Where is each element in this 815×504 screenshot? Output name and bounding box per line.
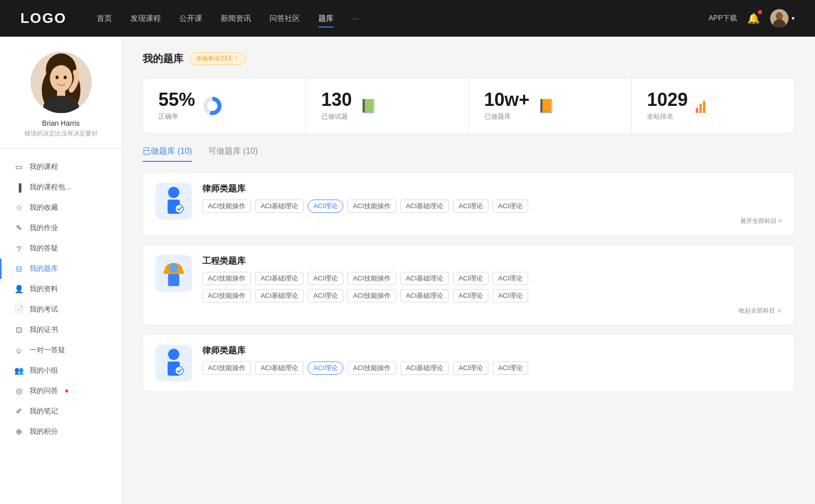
svg-point-10 (64, 76, 67, 79)
page-header: 我的题库 体验剩余23天！ (143, 52, 795, 66)
nav-exam[interactable]: 题库 (318, 12, 334, 25)
tag-item[interactable]: ACI理论 (453, 361, 488, 375)
tag-item[interactable]: ACI理论 (453, 272, 488, 285)
tag-item[interactable]: ACI基础理论 (400, 361, 449, 375)
tag-item[interactable]: ACI基础理论 (255, 272, 304, 285)
stat-done-questions-label: 已做试题 (321, 112, 352, 121)
tag-item[interactable]: ACI基础理论 (255, 200, 304, 213)
sidebar-item-my-qa[interactable]: ◎ 我的问答 (0, 381, 122, 401)
tag-item[interactable]: ACI技能操作 (347, 272, 396, 285)
nav-more[interactable]: ··· (352, 12, 359, 25)
sidebar-item-materials[interactable]: 👤 我的资料 (0, 279, 122, 299)
expand-subjects-link[interactable]: 展开全部科目 > (202, 217, 782, 226)
nav-open-course[interactable]: 公开课 (179, 12, 202, 25)
nav-discover[interactable]: 发现课程 (130, 12, 161, 25)
tag-item[interactable]: ACI技能操作 (347, 289, 396, 302)
question-circle-icon: ? (14, 244, 23, 253)
engineer-bank-icon (155, 255, 192, 292)
bank-card-lawyer-2: 律师类题库 ACI技能操作 ACI基础理论 ACI理论 ACI技能操作 ACI基… (143, 334, 795, 392)
stat-done-banks-value: 10w+ (484, 91, 530, 109)
tag-item[interactable]: ACI理论 (493, 289, 528, 302)
navbar-right: APP下载 🔔 ▾ (709, 9, 795, 27)
svg-point-1 (776, 12, 783, 20)
tab-available-banks[interactable]: 可做题库 (10) (208, 146, 258, 162)
tag-item[interactable]: ACI技能操作 (347, 200, 396, 213)
app-download-link[interactable]: APP下载 (709, 14, 737, 23)
tag-item[interactable]: ACI理论 (493, 272, 528, 285)
collapse-subjects-link[interactable]: 收起全部科目 ∧ (202, 306, 782, 315)
star-icon: ☆ (14, 203, 23, 212)
bank-engineer-body: 工程类题库 ACI技能操作 ACI基础理论 ACI理论 ACI技能操作 ACI基… (202, 255, 782, 315)
navbar: LOGO 首页 发现课程 公开课 新闻资讯 问答社区 题库 ··· APP下载 … (0, 0, 815, 37)
tag-item[interactable]: ACI理论 (453, 289, 488, 302)
tag-item[interactable]: ACI理论 (308, 272, 343, 285)
tag-item[interactable]: ACI理论 (308, 289, 343, 302)
people-icon: 👤 (14, 285, 23, 294)
bar-chart-icon: ▐ (14, 183, 23, 192)
chat-icon: ☺ (14, 346, 23, 355)
sidebar-item-favorites[interactable]: ☆ 我的收藏 (0, 198, 122, 218)
lawyer-bank-icon (155, 183, 192, 219)
stat-ranking-label: 全站排名 (647, 112, 688, 121)
svg-point-11 (168, 187, 179, 198)
sidebar-item-exams[interactable]: 📄 我的考试 (0, 299, 122, 320)
logo[interactable]: LOGO (20, 10, 66, 26)
svg-point-17 (168, 349, 179, 360)
profile-avatar-img (31, 52, 92, 113)
bank-lawyer-name: 律师类题库 (202, 183, 782, 194)
book-green-icon: 📗 (360, 98, 376, 114)
bar1 (696, 108, 698, 113)
tag-item[interactable]: ACI理论 (453, 200, 488, 213)
svg-rect-16 (168, 274, 179, 286)
stat-accuracy-text: 55% 正确率 (158, 91, 195, 121)
stat-ranking-text: 1029 全站排名 (647, 91, 688, 121)
nav-news[interactable]: 新闻资讯 (221, 12, 251, 25)
tag-item[interactable]: ACI基础理论 (255, 361, 304, 375)
notes-icon: ✐ (14, 407, 23, 416)
nav-qa[interactable]: 问答社区 (269, 12, 300, 25)
tag-item-highlighted[interactable]: ACI理论 (308, 200, 343, 213)
tag-item[interactable]: ACI技能操作 (202, 289, 251, 302)
tag-item[interactable]: ACI技能操作 (202, 361, 251, 375)
profile-avatar (31, 52, 92, 113)
sidebar-item-points[interactable]: ⊕ 我的积分 (0, 422, 122, 442)
bank-lawyer-body: 律师类题库 ACI技能操作 ACI基础理论 ACI理论 ACI技能操作 ACI基… (202, 183, 782, 226)
tag-item[interactable]: ACI理论 (493, 200, 528, 213)
sidebar-item-certificates[interactable]: ⊡ 我的证书 (0, 320, 122, 340)
nav-menu: 首页 发现课程 公开课 新闻资讯 问答社区 题库 ··· (97, 12, 688, 25)
chevron-down-icon: ▾ (792, 15, 795, 22)
sidebar-item-my-courses[interactable]: ▭ 我的课程 (0, 157, 122, 177)
sidebar-item-qa[interactable]: ? 我的答疑 (0, 238, 122, 259)
bank-lawyer2-body: 律师类题库 ACI技能操作 ACI基础理论 ACI理论 ACI技能操作 ACI基… (202, 345, 782, 375)
sidebar-item-notes[interactable]: ✐ 我的笔记 (0, 401, 122, 422)
sidebar-item-homework[interactable]: ✎ 我的作业 (0, 218, 122, 238)
stat-done-questions-value: 130 (321, 91, 352, 109)
tag-item[interactable]: ACI基础理论 (400, 289, 449, 302)
notification-bell-icon[interactable]: 🔔 (747, 12, 760, 24)
svg-point-19 (175, 367, 183, 375)
svg-point-6 (50, 65, 72, 92)
sidebar-menu: ▭ 我的课程 ▐ 我的课程包... ☆ 我的收藏 ✎ 我的作业 ? 我的答疑 ⊟… (0, 149, 122, 450)
tag-item[interactable]: ACI技能操作 (202, 272, 251, 285)
tag-item[interactable]: ACI基础理论 (255, 289, 304, 302)
stat-done-questions-text: 130 已做试题 (321, 91, 352, 121)
main-content: 我的题库 体验剩余23天！ 55% 正确率 130 已做试题 📗 (122, 37, 815, 504)
avatar (770, 9, 789, 27)
tag-item[interactable]: ACI理论 (493, 361, 528, 375)
sidebar-item-exam-bank[interactable]: ⊟ 我的题库 (0, 259, 122, 279)
tag-item[interactable]: ACI基础理论 (400, 272, 449, 285)
tag-item[interactable]: ACI技能操作 (202, 200, 251, 213)
ranking-bar-chart-icon (696, 99, 705, 113)
user-avatar-container[interactable]: ▾ (770, 9, 795, 27)
nav-home[interactable]: 首页 (97, 12, 112, 25)
book-orange-icon: 📙 (538, 98, 554, 114)
tag-item-highlighted[interactable]: ACI理论 (308, 361, 343, 375)
sidebar-item-course-packages[interactable]: ▐ 我的课程包... (0, 177, 122, 198)
qa-notification-dot (65, 389, 68, 393)
bar3 (703, 101, 705, 113)
tag-item[interactable]: ACI技能操作 (347, 361, 396, 375)
sidebar-item-one-on-one[interactable]: ☺ 一对一答疑 (0, 340, 122, 360)
tab-done-banks[interactable]: 已做题库 (10) (143, 146, 192, 162)
sidebar-item-groups[interactable]: 👥 我的小组 (0, 360, 122, 381)
tag-item[interactable]: ACI基础理论 (400, 200, 449, 213)
